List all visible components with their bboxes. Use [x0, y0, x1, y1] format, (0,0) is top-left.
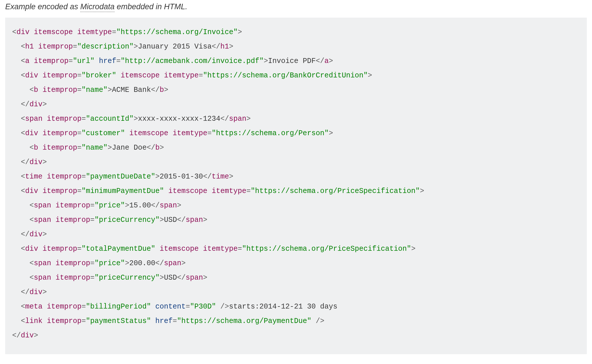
- caption-prefix: Example encoded as: [5, 2, 80, 11]
- microdata-link[interactable]: Microdata: [80, 2, 115, 12]
- caption-suffix: embedded in HTML.: [114, 2, 187, 11]
- code-example: <div itemscope itemtype="https://schema.…: [5, 18, 587, 354]
- example-caption: Example encoded as Microdata embedded in…: [5, 2, 587, 11]
